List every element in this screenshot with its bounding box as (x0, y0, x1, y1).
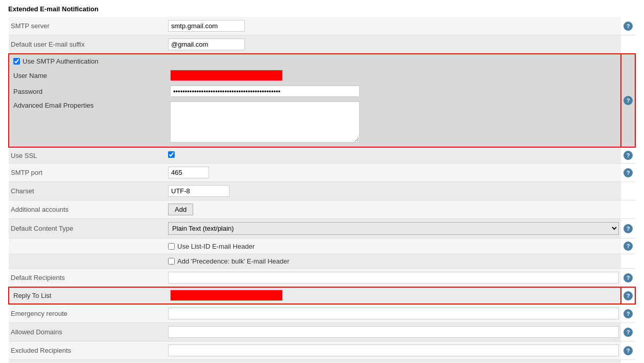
list-id-label-cell (9, 238, 166, 254)
emergency-reroute-help-cell: ? (621, 304, 635, 323)
smtp-auth-input-placeholder (168, 54, 620, 68)
smtp-server-row: SMTP server ? (9, 17, 635, 35)
default-subject-input-cell (166, 360, 621, 364)
default-subject-help-cell: ? (621, 360, 635, 364)
reply-to-input[interactable] (170, 290, 283, 301)
precedence-input-cell: Add 'Precedence: bulk' E-mail Header (166, 254, 621, 269)
additional-accounts-label: Additional accounts (9, 200, 166, 219)
list-id-checkbox[interactable] (168, 243, 175, 250)
precedence-label-text: Add 'Precedence: bulk' E-mail Header (177, 257, 289, 265)
ssl-row: Use SSL ? (9, 147, 635, 164)
charset-row: Charset (9, 182, 635, 200)
smtp-auth-help-cell: ? (621, 54, 635, 147)
list-id-input-cell: Use List-ID E-mail Header (166, 238, 621, 254)
default-recipients-label: Default Recipients (9, 269, 166, 288)
page-title: Extended E-mail Notification (8, 5, 636, 13)
content-type-input-cell: Plain Text (text/plain) HTML (text/html) (166, 219, 621, 238)
list-id-help-icon[interactable]: ? (624, 241, 633, 251)
emergency-reroute-input[interactable] (168, 308, 619, 319)
email-suffix-row: Default user E-mail suffix (9, 35, 635, 54)
reply-to-section-row: Reply To List ? (9, 287, 635, 304)
smtp-auth-section-row: Use SMTP Authentication User Name (9, 54, 635, 147)
default-subject-row: Default Subject ? (9, 360, 635, 364)
settings-form: SMTP server ? Default user E-mail suffix (8, 17, 636, 363)
content-type-help-cell: ? (621, 219, 635, 238)
smtp-port-input-cell (166, 164, 621, 182)
smtp-auth-checkbox-row: Use SMTP Authentication (9, 54, 620, 68)
advanced-email-input-cell (168, 99, 620, 147)
list-id-label[interactable]: Use List-ID E-mail Header (168, 243, 619, 250)
smtp-port-row: SMTP port ? (9, 164, 635, 182)
content-type-select[interactable]: Plain Text (text/plain) HTML (text/html) (168, 222, 619, 235)
charset-input-cell (166, 182, 621, 200)
allowed-domains-help-icon[interactable]: ? (624, 328, 633, 337)
email-suffix-input[interactable] (168, 38, 245, 50)
advanced-email-row: Advanced Email Properties (9, 99, 620, 147)
ssl-label: Use SSL (9, 147, 166, 164)
smtp-auth-label[interactable]: Use SMTP Authentication (13, 57, 166, 65)
advanced-email-textarea[interactable] (170, 102, 360, 143)
charset-help-cell (621, 182, 635, 200)
password-input-cell (168, 84, 620, 99)
reply-to-inner-table: Reply To List (9, 288, 620, 304)
smtp-auth-help-icon[interactable]: ? (624, 96, 633, 105)
precedence-row: Add 'Precedence: bulk' E-mail Header (9, 254, 635, 269)
smtp-auth-checkbox[interactable] (13, 58, 20, 65)
charset-input[interactable] (168, 185, 230, 197)
username-input[interactable] (170, 70, 283, 81)
emergency-reroute-label: Emergency reroute (9, 304, 166, 323)
ssl-checkbox[interactable] (168, 151, 175, 158)
smtp-auth-section-cell: Use SMTP Authentication User Name (9, 54, 621, 147)
allowed-domains-input[interactable] (168, 326, 619, 338)
username-input-cell (168, 68, 620, 84)
ssl-help-icon[interactable]: ? (624, 151, 633, 160)
reply-to-row: Reply To List (9, 288, 620, 304)
content-type-label: Default Content Type (9, 219, 166, 238)
emergency-reroute-help-icon[interactable]: ? (624, 309, 633, 318)
username-row: User Name (9, 68, 620, 84)
smtp-auth-label-text: Use SMTP Authentication (23, 57, 98, 65)
smtp-server-help-cell: ? (621, 17, 635, 35)
smtp-server-label: SMTP server (9, 17, 166, 35)
precedence-label[interactable]: Add 'Precedence: bulk' E-mail Header (168, 257, 619, 265)
reply-to-help-cell: ? (621, 287, 635, 304)
excluded-recipients-input[interactable] (168, 345, 619, 356)
allowed-domains-input-cell (166, 323, 621, 341)
list-id-row: Use List-ID E-mail Header ? (9, 238, 635, 254)
username-label: User Name (9, 68, 168, 84)
default-recipients-help-cell: ? (621, 269, 635, 288)
additional-accounts-help-cell (621, 200, 635, 219)
smtp-server-help-icon[interactable]: ? (624, 22, 633, 31)
list-id-label-text: Use List-ID E-mail Header (177, 243, 255, 250)
default-recipients-help-icon[interactable]: ? (624, 273, 633, 283)
password-row: Password (9, 84, 620, 99)
charset-label: Charset (9, 182, 166, 200)
smtp-auth-checkbox-cell: Use SMTP Authentication (9, 54, 168, 68)
add-account-button[interactable]: Add (168, 204, 193, 215)
email-suffix-help-cell (621, 35, 635, 54)
default-recipients-input-cell (166, 269, 621, 288)
default-subject-label: Default Subject (9, 360, 166, 364)
smtp-port-help-icon[interactable]: ? (624, 168, 633, 177)
content-type-help-icon[interactable]: ? (624, 224, 633, 233)
reply-to-section-cell: Reply To List (9, 287, 621, 304)
email-suffix-input-cell (166, 35, 621, 54)
smtp-port-help-cell: ? (621, 164, 635, 182)
password-input[interactable] (170, 86, 360, 97)
advanced-email-label: Advanced Email Properties (9, 99, 168, 147)
additional-accounts-row: Additional accounts Add (9, 200, 635, 219)
default-recipients-input[interactable] (168, 272, 619, 284)
precedence-label-cell (9, 254, 166, 269)
allowed-domains-help-cell: ? (621, 323, 635, 341)
smtp-server-input[interactable] (168, 20, 245, 32)
reply-to-input-cell (168, 288, 620, 304)
precedence-checkbox[interactable] (168, 258, 175, 265)
precedence-help-cell (621, 254, 635, 269)
additional-accounts-input-cell: Add (166, 200, 621, 219)
emergency-reroute-input-cell (166, 304, 621, 323)
reply-to-help-icon[interactable]: ? (624, 291, 633, 300)
smtp-port-input[interactable] (168, 167, 209, 178)
content-type-row: Default Content Type Plain Text (text/pl… (9, 219, 635, 238)
ssl-input-cell (166, 147, 621, 164)
excluded-recipients-help-icon[interactable]: ? (624, 346, 633, 355)
